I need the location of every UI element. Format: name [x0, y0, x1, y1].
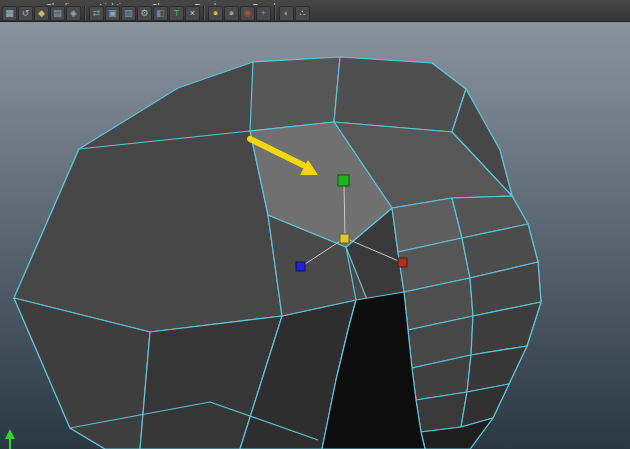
viewport-canvas[interactable] [0, 0, 630, 449]
hypershade-icon[interactable]: ◧ [153, 6, 168, 21]
quality-high-icon[interactable]: ● [208, 6, 223, 21]
manipulator-handle-z[interactable] [296, 262, 305, 271]
texture-view-icon[interactable]: T [169, 6, 184, 21]
stop-render-icon[interactable]: × [185, 6, 200, 21]
maya-viewport-window: Shading Lighting Show Renderer Panels ▦ … [0, 0, 630, 449]
manipulator-handle-center[interactable] [340, 234, 349, 243]
mesh-face[interactable] [250, 57, 340, 131]
ipr-render-icon[interactable]: ▨ [121, 6, 136, 21]
toolbar-separator [274, 6, 276, 20]
share-node-icon[interactable]: ∴ [295, 6, 310, 21]
snap-plane-icon[interactable]: ▤ [50, 6, 65, 21]
toolbar-separator [203, 6, 205, 20]
history-icon[interactable]: ⇄ [89, 6, 104, 21]
manipulator-handle-x[interactable] [398, 258, 407, 267]
manipulator-handle-y[interactable] [338, 175, 349, 186]
render-settings-icon[interactable]: ⚙ [137, 6, 152, 21]
toolbar-separator [84, 6, 86, 20]
toolbar-icon-row: ▦ ↺ ◆ ▤ ◈ ⇄ ▣ ▨ ⚙ ◧ T × ● ● ◉ + ◐ ∴ [2, 5, 310, 21]
status-line-toolbar: Shading Lighting Show Renderer Panels ▦ … [0, 0, 630, 22]
render-frame-icon[interactable]: ▣ [105, 6, 120, 21]
wire-color-icon[interactable]: ◉ [240, 6, 255, 21]
paint-effects-icon[interactable]: + [256, 6, 271, 21]
toggle-display-icon[interactable]: ◐ [279, 6, 294, 21]
quality-low-icon[interactable]: ● [224, 6, 239, 21]
snap-curve-icon[interactable]: ↺ [18, 6, 33, 21]
snap-grid-icon[interactable]: ▦ [2, 6, 17, 21]
snap-point-icon[interactable]: ◆ [34, 6, 49, 21]
make-live-icon[interactable]: ◈ [66, 6, 81, 21]
